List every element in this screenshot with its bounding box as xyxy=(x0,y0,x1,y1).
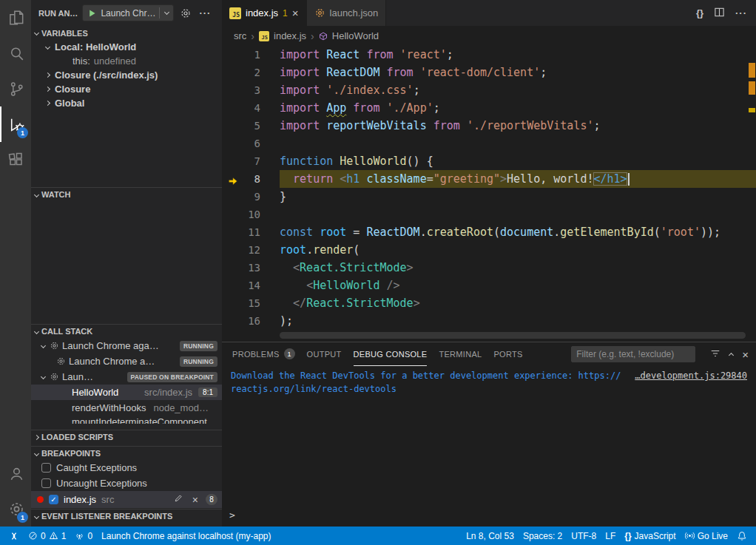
settings-gear-icon[interactable]: 1 xyxy=(0,491,31,527)
line-content[interactable]: ); xyxy=(280,312,756,330)
call-stack-section-header[interactable]: CALL STACK xyxy=(31,324,222,338)
debug-session-row[interactable]: Launch Chrome a… RUNNING xyxy=(31,353,222,369)
line-content[interactable]: return <h1 className="greeting">Hello, w… xyxy=(280,170,756,188)
console-filter-input[interactable] xyxy=(571,346,695,362)
code-line-12[interactable]: 12root.render( xyxy=(222,241,756,259)
line-content[interactable]: import reportWebVitals from './reportWeb… xyxy=(280,117,756,135)
horizontal-scrollbar[interactable] xyxy=(280,332,746,339)
variable-this[interactable]: this: undefined xyxy=(31,54,222,68)
problems-status-button[interactable]: 0 1 xyxy=(24,527,70,545)
code-line-15[interactable]: 15 </React.StrictMode> xyxy=(222,294,756,312)
gutter-line-10[interactable]: 10 xyxy=(222,206,280,223)
tab-launch-json[interactable]: launch.json xyxy=(307,0,387,26)
variables-section-header[interactable]: VARIABLES xyxy=(31,26,222,40)
gutter-line-5[interactable]: 5 xyxy=(222,117,280,135)
remote-window-button[interactable] xyxy=(4,527,24,545)
go-live-button[interactable]: Go Live xyxy=(681,527,732,545)
breakpoint-uncaught-exceptions[interactable]: Uncaught Exceptions xyxy=(31,475,222,491)
debug-console-input-prompt[interactable]: > xyxy=(229,509,235,522)
gutter-line-4[interactable]: 4 xyxy=(222,99,280,117)
line-content[interactable] xyxy=(280,206,756,223)
ports-status-button[interactable]: 0 xyxy=(70,527,97,545)
close-tab-icon[interactable]: × xyxy=(292,7,299,18)
encoding-button[interactable]: UTF-8 xyxy=(567,527,601,545)
code-line-9[interactable]: 9} xyxy=(222,188,756,206)
variables-scope-global[interactable]: Global xyxy=(31,96,222,110)
line-content[interactable]: import React from 'react'; xyxy=(280,46,756,64)
event-listener-breakpoints-header[interactable]: EVENT LISTENER BREAKPOINTS xyxy=(31,509,222,523)
gutter-line-16[interactable]: 16 xyxy=(222,312,280,330)
panel-tab-problems[interactable]: PROBLEMS 1 xyxy=(232,342,295,366)
gutter-line-9[interactable]: 9 xyxy=(222,188,280,206)
cursor-position-button[interactable]: Ln 8, Col 53 xyxy=(462,527,519,545)
variables-scope-local[interactable]: Local: HelloWorld xyxy=(31,40,222,54)
run-and-debug-icon[interactable]: 1 xyxy=(0,106,31,142)
breakpoints-section-header[interactable]: BREAKPOINTS xyxy=(31,446,222,460)
debug-status[interactable]: Launch Chrome against localhost (my-app) xyxy=(97,527,275,545)
panel-tab-terminal[interactable]: TERMINAL xyxy=(439,342,482,366)
code-line-14[interactable]: 14 <HelloWorld /> xyxy=(222,277,756,294)
gutter-line-8[interactable]: 8 xyxy=(222,170,280,188)
gutter-line-6[interactable]: 6 xyxy=(222,135,280,152)
debug-session-row[interactable]: Launch Chrome aga… RUNNING xyxy=(31,338,222,353)
checkbox-unchecked[interactable] xyxy=(41,463,51,473)
panel-tab-debug-console[interactable]: DEBUG CONSOLE xyxy=(354,342,428,366)
line-content[interactable]: root.render( xyxy=(280,241,756,259)
views-more-actions-icon[interactable]: ··· xyxy=(198,6,212,21)
gutter-line-14[interactable]: 14 xyxy=(222,277,280,294)
editor-code-area[interactable]: 1import React from 'react';2import React… xyxy=(222,46,756,342)
stack-frame-row[interactable]: renderWithHooks node_mod… xyxy=(31,400,222,416)
breadcrumb-folder[interactable]: src xyxy=(234,30,246,41)
checkbox-checked[interactable]: ✓ xyxy=(49,495,58,504)
edit-breakpoint-icon[interactable] xyxy=(172,494,185,505)
tab-index-js[interactable]: JS index.js 1 × xyxy=(222,0,307,26)
line-content[interactable]: </React.StrictMode> xyxy=(280,294,756,312)
line-content[interactable]: import App from './App'; xyxy=(280,99,756,117)
loaded-scripts-section-header[interactable]: LOADED SCRIPTS xyxy=(31,430,222,444)
watch-section-header[interactable]: WATCH xyxy=(31,187,222,201)
search-icon[interactable] xyxy=(0,35,31,71)
accounts-icon[interactable] xyxy=(0,456,31,491)
notifications-button[interactable] xyxy=(732,527,752,545)
more-actions-icon[interactable]: ··· xyxy=(735,7,747,18)
gutter-line-11[interactable]: 11 xyxy=(222,223,280,241)
gutter-line-3[interactable]: 3 xyxy=(222,81,280,99)
configure-gear-icon[interactable] xyxy=(178,6,193,21)
source-control-icon[interactable] xyxy=(0,71,31,106)
code-line-1[interactable]: 1import React from 'react'; xyxy=(222,46,756,64)
checkbox-unchecked[interactable] xyxy=(41,478,51,488)
explorer-icon[interactable] xyxy=(0,0,31,35)
filter-lines-icon[interactable] xyxy=(710,348,720,361)
code-line-8[interactable]: 8 return <h1 className="greeting">Hello,… xyxy=(222,170,756,188)
remove-breakpoint-icon[interactable]: × xyxy=(190,494,200,506)
breakpoint-caught-exceptions[interactable]: Caught Exceptions xyxy=(31,460,222,475)
eol-button[interactable]: LF xyxy=(601,527,620,545)
indentation-button[interactable]: Spaces: 2 xyxy=(519,527,567,545)
code-line-5[interactable]: 5import reportWebVitals from './reportWe… xyxy=(222,117,756,135)
braces-icon[interactable]: {} xyxy=(696,7,703,18)
line-content[interactable]: import './index.css'; xyxy=(280,81,756,99)
split-editor-icon[interactable] xyxy=(714,7,725,20)
extensions-icon[interactable] xyxy=(0,142,31,177)
line-content[interactable]: } xyxy=(280,188,756,206)
code-line-2[interactable]: 2import ReactDOM from 'react-dom/client'… xyxy=(222,64,756,81)
panel-tab-ports[interactable]: PORTS xyxy=(493,342,522,366)
stack-frame-row-clipped[interactable]: mountIndeterminateComponent xyxy=(31,416,222,424)
close-panel-icon[interactable]: × xyxy=(742,348,749,361)
breadcrumb-file[interactable]: index.js xyxy=(274,30,306,41)
maximize-panel-icon[interactable] xyxy=(729,353,734,358)
code-line-4[interactable]: 4import App from './App'; xyxy=(222,99,756,117)
code-line-13[interactable]: 13 <React.StrictMode> xyxy=(222,259,756,277)
breadcrumb-symbol[interactable]: HelloWorld xyxy=(332,30,379,41)
code-line-11[interactable]: 11const root = ReactDOM.createRoot(docum… xyxy=(222,223,756,241)
gutter-line-15[interactable]: 15 xyxy=(222,294,280,312)
line-content[interactable]: const root = ReactDOM.createRoot(documen… xyxy=(280,223,756,241)
line-content[interactable]: <React.StrictMode> xyxy=(280,259,756,277)
debug-console-output[interactable]: Download the React DevTools for a better… xyxy=(222,366,756,527)
line-content[interactable] xyxy=(280,135,756,152)
language-mode-button[interactable]: {} JavaScript xyxy=(620,527,680,545)
code-line-6[interactable]: 6 xyxy=(222,135,756,152)
panel-tab-output[interactable]: OUTPUT xyxy=(307,342,342,366)
code-line-10[interactable]: 10 xyxy=(222,206,756,223)
code-line-7[interactable]: 7function HelloWorld() { xyxy=(222,152,756,170)
